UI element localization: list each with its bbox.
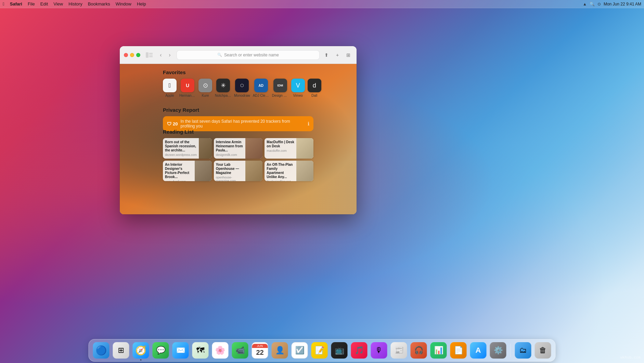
- minimize-button[interactable]: [130, 53, 134, 57]
- favorite-monodraw[interactable]: ⬡ Monodraw: [234, 79, 250, 97]
- dock-safari[interactable]: 🧭: [132, 341, 150, 359]
- reading-item-4-thumb: [195, 161, 212, 181]
- menu-bookmarks[interactable]: Bookmarks: [88, 1, 110, 6]
- reading-item-5-url: openhouse-magazine.com: [216, 176, 244, 181]
- new-tab-button[interactable]: +: [333, 51, 342, 59]
- address-bar[interactable]: 🔍 Search or enter website name: [177, 50, 320, 60]
- favorite-kure[interactable]: ⊙ Kure: [198, 79, 212, 97]
- safari-content: Favorites  Apple U Herman Miller ⊙: [120, 64, 357, 214]
- menu-file[interactable]: File: [28, 1, 35, 6]
- favorite-hermanmiller[interactable]: U Herman Miller: [179, 79, 196, 97]
- favorite-hermanmiller-label: Herman Miller: [179, 94, 196, 97]
- reading-item-6-thumb: [296, 161, 313, 181]
- menu-help[interactable]: Help: [137, 1, 146, 6]
- dock-photos[interactable]: 🌸: [211, 341, 229, 359]
- favorite-adjclever-icon: AD: [254, 79, 268, 92]
- reading-item-2-text: Interview Armin Heinemann from Paula... …: [214, 138, 246, 159]
- app-name[interactable]: Safari: [10, 1, 22, 6]
- dock-appstore[interactable]: A: [469, 341, 487, 359]
- menubar-right: ▲ 🔍 ⊙ Mon Jun 22 9:41 AM: [583, 2, 641, 6]
- dock-contacts[interactable]: 👤: [271, 341, 289, 359]
- back-button[interactable]: ‹: [157, 51, 165, 59]
- dock-numbers[interactable]: 📊: [430, 341, 448, 359]
- apple-menu[interactable]: : [3, 1, 4, 6]
- reading-item-3-text: MacDuffin | Desk on Desk macduffin.com: [265, 138, 296, 159]
- dock-launchpad[interactable]: ⊞: [112, 341, 130, 359]
- favorite-dall[interactable]: d Dall: [308, 79, 321, 97]
- favorite-dall-icon: d: [308, 79, 321, 92]
- dock-podcasts[interactable]: 🎙: [370, 341, 388, 359]
- shield-icon: 🛡: [167, 121, 171, 126]
- reading-item-6[interactable]: An Off-The-Plan Family Apartment Unlike …: [265, 161, 313, 181]
- favorite-vimeo[interactable]: V Vimeo: [291, 79, 305, 97]
- svg-rect-0: [146, 52, 149, 58]
- reading-list-title: Reading List: [163, 129, 313, 135]
- dock-news[interactable]: 📰: [390, 341, 408, 359]
- reading-item-1[interactable]: Born out of the Spanish recession, the a…: [163, 138, 212, 159]
- favorites-section: Favorites  Apple U Herman Miller ⊙: [163, 69, 313, 97]
- menu-history[interactable]: History: [68, 1, 82, 6]
- dock-pages[interactable]: 📄: [450, 341, 467, 359]
- dock-finder-windows[interactable]: 🗂: [514, 341, 532, 359]
- dock-scrobbles[interactable]: 🎧: [410, 341, 428, 359]
- dock-messages[interactable]: 💬: [152, 341, 170, 359]
- dock-facetime[interactable]: 📹: [231, 341, 249, 359]
- favorite-vimeo-label: Vimeo: [291, 94, 305, 97]
- privacy-text: In the last seven days Safari has preven…: [180, 119, 305, 129]
- favorite-adjclever-label: ADJ Clever: [253, 94, 269, 97]
- reading-item-4[interactable]: An Interior Designer's Picture-Perfect B…: [163, 161, 212, 181]
- menu-view[interactable]: View: [53, 1, 63, 6]
- safari-window: ‹ › 🔍 Search or enter website name ⬆ + ⊞…: [120, 46, 357, 214]
- grid-button[interactable]: ⊞: [344, 51, 352, 59]
- reading-item-6-url: thedesignfiles.net: [267, 180, 294, 181]
- dock-trash[interactable]: 🗑: [534, 341, 552, 359]
- reading-item-3[interactable]: MacDuffin | Desk on Desk macduffin.com: [265, 138, 313, 159]
- menubar-left:  Safari File Edit View History Bookmark…: [3, 1, 146, 6]
- favorite-hermanmiller-icon: U: [181, 79, 194, 92]
- dock-finder[interactable]: 🔵: [92, 341, 110, 359]
- dock-music[interactable]: 🎵: [350, 341, 368, 359]
- dock-systemprefs[interactable]: ⚙️: [489, 341, 507, 359]
- dock-separator: [511, 344, 511, 357]
- menu-window[interactable]: Window: [116, 1, 131, 6]
- sidebar-toggle[interactable]: [146, 52, 153, 58]
- dock-mail[interactable]: ✉️: [172, 341, 190, 359]
- privacy-title: Privacy Report: [163, 107, 313, 113]
- wifi-icon: ▲: [583, 2, 587, 6]
- reading-item-1-url: dezeen.wordpress.com: [165, 153, 197, 157]
- close-button[interactable]: [124, 53, 128, 57]
- dock-reminders[interactable]: ☑️: [291, 341, 309, 359]
- dock-appletv[interactable]: 📺: [331, 341, 348, 359]
- share-button[interactable]: ⬆: [322, 51, 331, 59]
- reading-item-4-url: www.dwell.com: [165, 180, 193, 181]
- favorite-notchpaper-icon: ✳: [216, 79, 230, 92]
- reading-item-5-thumb: [245, 161, 262, 181]
- dock-maps[interactable]: 🗺: [192, 341, 209, 359]
- privacy-info-icon[interactable]: ℹ: [308, 121, 309, 126]
- reading-item-3-url: macduffin.com: [267, 149, 294, 152]
- search-menu-icon[interactable]: 🔍: [590, 2, 595, 6]
- reading-item-1-thumb: [199, 138, 212, 159]
- reading-item-6-text: An Off-The-Plan Family Apartment Unlike …: [265, 161, 296, 181]
- favorite-notchpaper[interactable]: ✳ Notchpaper: [215, 79, 231, 97]
- favorite-apple-label: Apple: [163, 94, 177, 97]
- favorite-apple[interactable]:  Apple: [163, 79, 177, 97]
- desktop:  Safari File Edit View History Bookmark…: [0, 0, 644, 363]
- siri-icon[interactable]: ⊙: [597, 2, 601, 6]
- reading-item-5[interactable]: Your Lab Openhouse — Magazine openhouse-…: [214, 161, 263, 181]
- reading-item-3-thumb: [296, 138, 313, 159]
- reading-item-2-title: Interview Armin Heinemann from Paula...: [216, 140, 244, 152]
- favorite-designmuseum[interactable]: tDM Design Museum: [272, 79, 288, 97]
- dock-notes[interactable]: 📝: [311, 341, 329, 359]
- maximize-button[interactable]: [136, 53, 140, 57]
- forward-button[interactable]: ›: [166, 51, 174, 59]
- traffic-lights: [124, 53, 140, 57]
- favorite-adjclever[interactable]: AD ADJ Clever: [253, 79, 269, 97]
- reading-item-2[interactable]: Interview Armin Heinemann from Paula... …: [214, 138, 263, 159]
- privacy-section: Privacy Report 🛡 20 In the last seven da…: [163, 107, 313, 131]
- reading-item-6-title: An Off-The-Plan Family Apartment Unlike …: [267, 163, 294, 179]
- reading-list-grid: Born out of the Spanish recession, the a…: [163, 138, 313, 181]
- address-placeholder: Search or enter website name: [224, 53, 279, 57]
- dock-calendar[interactable]: JUN 22: [251, 341, 269, 359]
- menu-edit[interactable]: Edit: [40, 1, 48, 6]
